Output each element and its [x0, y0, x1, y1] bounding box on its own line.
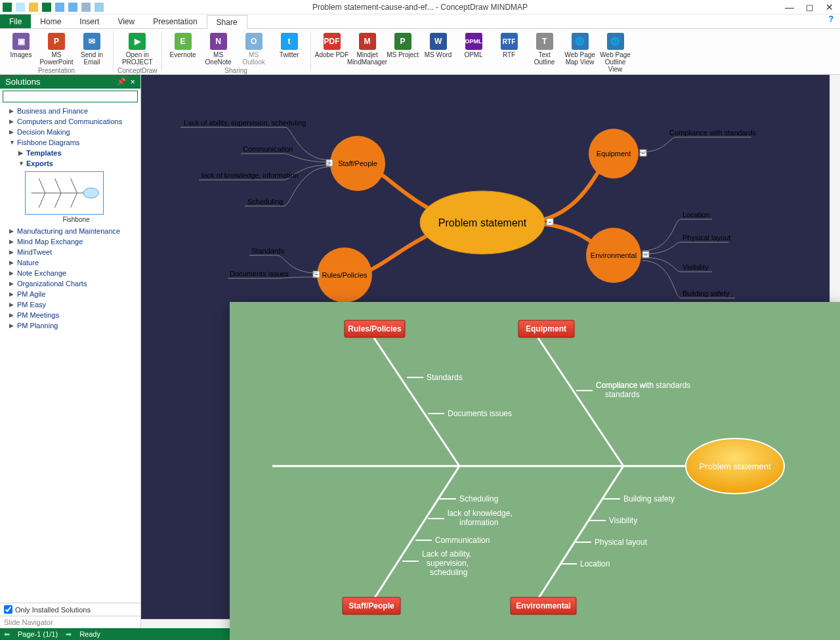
quick-access-toolbar	[0, 3, 104, 12]
tree-item[interactable]: ▶Computers and Communications	[4, 116, 140, 127]
images-button[interactable]: ▣Images	[4, 32, 38, 67]
tree-item-fishbone[interactable]: ▼Fishbone Diagrams	[4, 137, 140, 148]
solutions-tree[interactable]: ▶Business and Finance ▶Computers and Com…	[0, 104, 140, 603]
tree-item[interactable]: ▶Business and Finance	[4, 106, 140, 116]
svg-point-7	[83, 188, 98, 198]
tree-item[interactable]: ▶Nature	[4, 257, 140, 268]
ribbon-group-sharing: EEvernote NMS OneNote OMS Outlook tTwitt…	[166, 32, 306, 75]
fishbone-thumbnail[interactable]: Fishbone	[25, 171, 127, 223]
svg-text:Compliance with: Compliance with	[596, 381, 654, 390]
svg-text:–: –	[644, 251, 647, 258]
adobe-pdf-button[interactable]: PDFAdobe PDF	[315, 32, 349, 74]
tree-item[interactable]: ▶PM Planning	[4, 320, 140, 331]
help-icon[interactable]: ?	[822, 14, 840, 28]
new-icon[interactable]	[16, 3, 25, 12]
svg-line-36	[538, 338, 623, 466]
svg-text:information: information	[459, 518, 498, 527]
solutions-header: Solutions 📌 ×	[0, 75, 140, 89]
rtf-button[interactable]: RTFRTF	[492, 32, 526, 74]
svg-text:scheduling: scheduling	[430, 568, 467, 577]
evernote-button[interactable]: EEvernote	[166, 32, 200, 67]
svg-text:Visibility: Visibility	[682, 263, 709, 271]
svg-text:Environmental: Environmental	[591, 251, 637, 259]
tree-item[interactable]: ▶Mind Map Exchange	[4, 236, 140, 247]
only-installed-checkbox[interactable]: Only Installed Solutions	[0, 603, 140, 616]
ms-onenote-button[interactable]: NMS OneNote	[201, 32, 236, 67]
tab-view[interactable]: View	[108, 14, 144, 28]
ms-outlook-button[interactable]: OMS Outlook	[237, 32, 271, 67]
ribbon-group-exports: PDFAdobe PDF MMindjet MindManager PMS Pr…	[315, 32, 633, 75]
svg-text:Rules/Policies: Rules/Policies	[348, 324, 402, 333]
svg-text:–: –	[314, 271, 318, 278]
svg-text:Environmental: Environmental	[516, 601, 570, 610]
ribbon-group-conceptdraw: ▶Open in PROJECT ConceptDraw	[117, 32, 158, 75]
svg-text:Equipment: Equipment	[526, 324, 566, 333]
tree-item[interactable]: ▶MindTweet	[4, 247, 140, 257]
tree-item[interactable]: ▶Decision Making	[4, 127, 140, 137]
app-icon	[3, 3, 12, 12]
svg-text:Standards: Standards	[427, 373, 463, 382]
slide-navigator-header[interactable]: Slide Navigator	[0, 616, 140, 628]
tree-item[interactable]: ▶Note Exchange	[4, 268, 140, 278]
twitter-button[interactable]: tTwitter	[272, 32, 306, 67]
text-outline-button[interactable]: TText Outline	[528, 32, 562, 74]
svg-text:Location: Location	[580, 559, 610, 568]
prev-page-icon[interactable]: ⬅	[4, 630, 10, 639]
svg-line-1	[39, 179, 45, 193]
open-in-project-button[interactable]: ▶Open in PROJECT	[120, 32, 154, 67]
tree-item-templates[interactable]: ▶Templates	[4, 148, 140, 158]
svg-text:lack of knowledge, information: lack of knowledge, information	[201, 171, 299, 179]
svg-text:Lack of ability, supervision, : Lack of ability, supervision, scheduling	[184, 119, 306, 127]
svg-text:Staff/People: Staff/People	[348, 601, 394, 610]
send-email-button[interactable]: ✉Send in Email	[75, 32, 109, 67]
file-tab[interactable]: File	[0, 14, 31, 28]
search-icon[interactable]	[94, 3, 104, 12]
open-icon[interactable]	[29, 3, 38, 12]
tree-item[interactable]: ▶PM Meetings	[4, 310, 140, 320]
tree-item[interactable]: ▶PM Easy	[4, 299, 140, 310]
svg-text:Building safety: Building safety	[682, 289, 730, 297]
tab-share[interactable]: Share	[207, 15, 247, 29]
svg-text:Communication: Communication	[435, 536, 490, 545]
tree-item[interactable]: ▶Organizational Charts	[4, 278, 140, 289]
svg-text:Equipment: Equipment	[597, 150, 631, 158]
minimize-button[interactable]: —	[785, 0, 794, 14]
panel-close-icon[interactable]: ×	[130, 77, 135, 87]
close-button[interactable]: ✕	[826, 0, 833, 14]
svg-text:Scheduling: Scheduling	[459, 494, 498, 503]
page-indicator: Page-1 (1/1)	[18, 630, 58, 638]
webpage-mapview-button[interactable]: 🌐Web Page Map View	[563, 32, 597, 74]
save-icon[interactable]	[42, 3, 51, 12]
svg-line-37	[371, 466, 459, 604]
svg-text:–: –	[548, 219, 551, 225]
tab-presentation[interactable]: Presentation	[144, 14, 206, 28]
tree-item[interactable]: ▶PM Agile	[4, 289, 140, 299]
next-page-icon[interactable]: ➡	[66, 630, 72, 639]
ms-powerpoint-button[interactable]: PMS PowerPoint	[39, 32, 74, 67]
window-title: Problem statement-cause-and-ef... - Conc…	[0, 0, 840, 14]
svg-text:Location: Location	[682, 211, 710, 219]
svg-text:lack of knowledge,: lack of knowledge,	[448, 509, 513, 518]
pin-icon[interactable]: 📌	[117, 77, 126, 86]
tab-insert[interactable]: Insert	[70, 14, 108, 28]
svg-text:Documents issues: Documents issues	[230, 270, 289, 278]
webpage-outlineview-button[interactable]: 🌐Web Page Outline View	[598, 32, 633, 74]
solutions-search-input[interactable]	[3, 91, 138, 102]
status-ready: Ready	[79, 630, 100, 638]
svg-text:Problem statement: Problem statement	[699, 461, 770, 471]
maximize-button[interactable]: ◻	[806, 0, 814, 14]
ms-project-button[interactable]: PMS Project	[386, 32, 420, 74]
tree-item[interactable]: ▶Manufacturing and Maintenance	[4, 226, 140, 236]
svg-text:Staff/People: Staff/People	[338, 160, 377, 167]
ms-word-button[interactable]: WMS Word	[421, 32, 455, 74]
redo-icon[interactable]	[68, 3, 77, 12]
undo-icon[interactable]	[55, 3, 64, 12]
title-bar: Problem statement-cause-and-ef... - Conc…	[0, 0, 840, 14]
tab-home[interactable]: Home	[31, 14, 70, 28]
mindjet-button[interactable]: MMindjet MindManager	[350, 32, 385, 74]
tree-item-exports[interactable]: ▼Exports	[4, 158, 140, 169]
print-icon[interactable]	[81, 3, 91, 12]
opml-button[interactable]: OPMLOPML	[457, 32, 491, 74]
svg-text:Documents issues: Documents issues	[448, 409, 512, 418]
svg-text:Building safety: Building safety	[623, 494, 675, 503]
